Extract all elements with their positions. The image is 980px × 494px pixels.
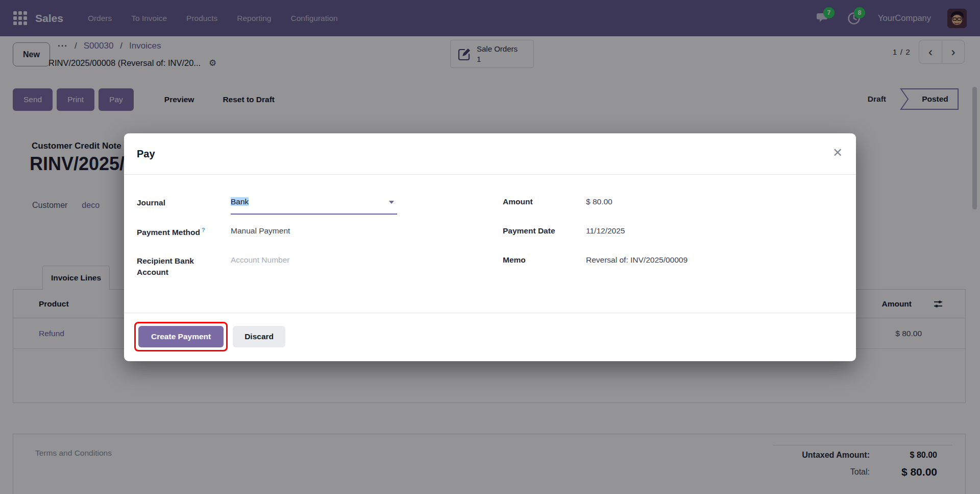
- pay-dialog: Pay ✕ Journal Bank Payment Method? Manua…: [124, 133, 856, 361]
- payment-method-label: Payment Method?: [137, 226, 231, 244]
- dialog-header: Pay ✕: [124, 133, 856, 175]
- journal-label: Journal: [137, 197, 231, 215]
- amount-value[interactable]: $ 80.00: [586, 197, 843, 215]
- close-icon[interactable]: ✕: [832, 147, 843, 159]
- recipient-bank-account-input[interactable]: [231, 255, 394, 265]
- dialog-body: Journal Bank Payment Method? Manual Paym…: [124, 175, 856, 313]
- page: Sales Orders To Invoice Products Reporti…: [0, 0, 980, 494]
- discard-button[interactable]: Discard: [233, 326, 285, 347]
- dialog-footer: Create Payment Discard: [124, 313, 856, 361]
- journal-value: Bank: [231, 197, 249, 206]
- payment-date-value[interactable]: 11/12/2025: [586, 226, 843, 244]
- journal-field[interactable]: Bank: [231, 197, 397, 215]
- create-payment-button[interactable]: Create Payment: [138, 326, 224, 347]
- help-icon[interactable]: ?: [202, 227, 205, 233]
- dialog-title: Pay: [137, 133, 155, 175]
- memo-value[interactable]: Reversal of: INV/2025/00009: [586, 255, 843, 273]
- payment-method-value[interactable]: Manual Payment: [231, 226, 397, 244]
- recipient-bank-account-label: Recipient Bank Account: [137, 255, 231, 277]
- annotation-highlight-box: Create Payment: [134, 322, 228, 351]
- amount-label: Amount: [503, 197, 586, 215]
- memo-label: Memo: [503, 255, 586, 273]
- payment-date-label: Payment Date: [503, 226, 586, 244]
- dropdown-caret-icon[interactable]: [389, 201, 394, 204]
